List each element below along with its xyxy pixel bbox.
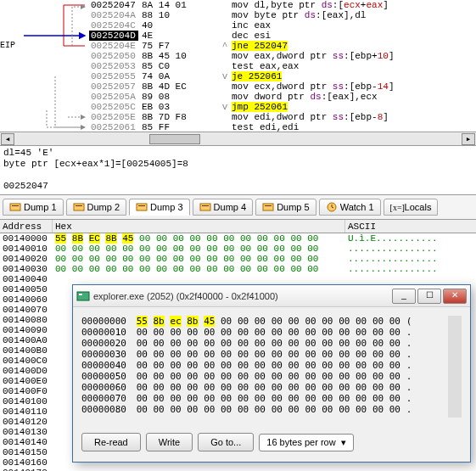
svg-rect-7 [202,205,209,206]
tab-dump3[interactable]: Dump 3 [129,199,190,216]
goto-button[interactable]: Go to... [198,433,254,451]
disasm-row[interactable]: 0025204A88 10mov byte ptr ds:[eax],dl [0,10,476,20]
dialog-tail: . [406,393,412,404]
reread-button[interactable]: Re-read [81,433,141,451]
write-button[interactable]: Write [146,433,193,451]
bytes: 8A 14 01 [138,0,220,10]
dump-ascii: ................ [345,244,476,254]
tab-dump2[interactable]: Dump 2 [66,199,127,216]
dump-address: 00140060 [0,294,53,305]
dialog-hex-row[interactable]: 00000020 00 00 00 00 00 00 00 00 00 00 0… [81,338,448,349]
dump-address: 00140140 [0,437,53,447]
maximize-button[interactable]: ☐ [417,289,441,304]
disasm-row[interactable]: 0025205574 0Avje 252061 [0,71,476,81]
dump-address: 001400D0 [0,366,53,376]
jump-marker [220,10,230,20]
dump-row[interactable]: 0014003000 00 00 00 00 00 00 00 00 00 00… [0,264,476,274]
disasm-hscrollbar[interactable]: ◂ ▸ [0,132,476,145]
dump-row[interactable]: 00140040 [0,274,476,284]
dump-hex: 55 8B EC 8B 45 00 00 00 00 00 00 00 00 0… [53,233,345,244]
scroll-down-button[interactable]: ▾ [448,406,462,418]
scroll-thumb[interactable] [149,134,200,144]
dump-row[interactable]: 0014001000 00 00 00 00 00 00 00 00 00 00… [0,244,476,254]
disasm-row[interactable]: 002520508B 45 10mov eax,dword ptr ss:[eb… [0,51,476,61]
tab-dump5[interactable]: Dump 5 [255,199,316,216]
dump-address: 00140150 [0,447,53,457]
disasm-row[interactable]: 002520578B 4D ECmov ecx,dword ptr ss:[eb… [0,81,476,92]
jump-marker [220,20,230,31]
mnemonic: mov eax,dword ptr ss:[ebp+10] [230,51,476,61]
disasm-row[interactable]: 0025205A89 08mov dword ptr ds:[eax],ecx [0,92,476,102]
dump-header: Address Hex ASCII [0,220,476,233]
svg-rect-8 [263,204,273,210]
dialog-titlebar[interactable]: explorer.exe (2052) (0x2f40000 - 0x2f410… [73,285,470,307]
tab-label: Dump 2 [87,202,120,212]
disasm-row[interactable]: 0025204C40inc eax [0,20,476,31]
dialog-hex-row[interactable]: 00000080 00 00 00 00 00 00 00 00 00 00 0… [81,404,448,415]
dialog-hex-row[interactable]: 00000010 00 00 00 00 00 00 00 00 00 00 0… [81,327,448,338]
disasm-row[interactable]: 0025206185 FFtest edi,edi [0,122,476,132]
disasm-row[interactable]: 0025205E8B 7D F8mov edi,dword ptr ss:[eb… [0,112,476,122]
disasm-row[interactable]: 0025204D4Edec esi [0,31,476,41]
disasm-row[interactable]: 0025204E75 F7^jne 252047 [0,41,476,51]
disassembly-panel[interactable]: EIP 002520478A 14 01mov dl,byte ptr ds:[… [0,0,476,132]
dialog-hex-row[interactable]: 00000040 00 00 00 00 00 00 00 00 00 00 0… [81,360,448,371]
dialog-address: 00000080 [81,404,131,415]
memory-dialog[interactable]: explorer.exe (2052) (0x2f40000 - 0x2f410… [72,284,471,463]
address: 0025204C [89,20,138,31]
scroll-thumb[interactable] [449,328,461,343]
address: 0025205E [89,112,138,122]
dump-address: 00140040 [0,274,53,284]
scroll-left-button[interactable]: ◂ [1,133,14,145]
info-line [3,170,473,181]
dump-row[interactable]: 00140170 [0,468,476,471]
dialog-bytes: 00 00 00 00 00 00 00 00 00 00 00 00 00 0… [137,349,400,360]
col-address[interactable]: Address [0,220,53,233]
svg-rect-12 [79,294,82,295]
dump-address: 001400A0 [0,335,53,345]
dump-row[interactable]: 0014000055 8B EC 8B 45 00 00 00 00 00 00… [0,233,476,244]
dialog-hex-row[interactable]: 00000000 55 8b ec 8b 45 00 00 00 00 00 0… [81,316,448,327]
tab-label: Dump 4 [214,202,247,212]
dump-hex: 00 00 00 00 00 00 00 00 00 00 00 00 00 0… [53,254,345,264]
dialog-hex-view[interactable]: ▴ ▾ 00000000 55 8b ec 8b 45 00 00 00 00 … [81,316,462,418]
minimize-button[interactable]: _ [392,289,416,304]
col-ascii[interactable]: ASCII [345,220,476,233]
tab-watch1[interactable]: Watch 1 [319,199,381,216]
address: 0025204A [89,10,138,20]
bytes: 74 0A [138,71,220,81]
disasm-row[interactable]: 002520478A 14 01mov dl,byte ptr ds:[ecx+… [0,0,476,10]
dialog-hex-row[interactable]: 00000030 00 00 00 00 00 00 00 00 00 00 0… [81,349,448,360]
jump-marker [220,61,230,71]
dump-icon [9,202,21,212]
dialog-bytes: 00 00 00 00 00 00 00 00 00 00 00 00 00 0… [137,371,400,382]
address: 00252050 [89,51,138,61]
dialog-hex-row[interactable]: 00000050 00 00 00 00 00 00 00 00 00 00 0… [81,371,448,382]
address: 0025205A [89,92,138,102]
dialog-bytes: 00 00 00 00 00 00 00 00 00 00 00 00 00 0… [137,393,400,404]
close-button[interactable]: ✕ [443,289,467,304]
svg-rect-4 [137,204,147,210]
scroll-right-button[interactable]: ▸ [462,133,475,145]
jump-marker [220,92,230,102]
tab-dump4[interactable]: Dump 4 [193,199,254,216]
bytes-per-row-select[interactable]: 16 bytes per row▾ [259,434,353,451]
dialog-hex-row[interactable]: 00000070 00 00 00 00 00 00 00 00 00 00 0… [81,393,448,404]
dump-address: 00140050 [0,284,53,294]
dump-icon [262,202,274,212]
mnemonic: mov edi,dword ptr ss:[ebp-8] [230,112,476,122]
col-hex[interactable]: Hex [53,220,345,233]
dialog-hex-row[interactable]: 00000060 00 00 00 00 00 00 00 00 00 00 0… [81,382,448,393]
disasm-row[interactable]: 0025205385 C0test eax,eax [0,61,476,71]
dump-row[interactable]: 0014002000 00 00 00 00 00 00 00 00 00 00… [0,254,476,264]
bytes: EB 03 [138,102,220,112]
dump-address: 00140100 [0,396,53,407]
dump-address: 00140130 [0,427,53,437]
scroll-up-button[interactable]: ▴ [448,316,462,328]
dialog-vscrollbar[interactable]: ▴ ▾ [448,316,462,418]
scroll-track[interactable] [15,133,461,145]
dump-address: 00140010 [0,244,53,254]
disasm-row[interactable]: 0025205CEB 03vjmp 252061 [0,102,476,112]
tab-dump1[interactable]: Dump 1 [3,199,64,216]
tab-locals[interactable]: [x=]Locals [384,199,439,216]
